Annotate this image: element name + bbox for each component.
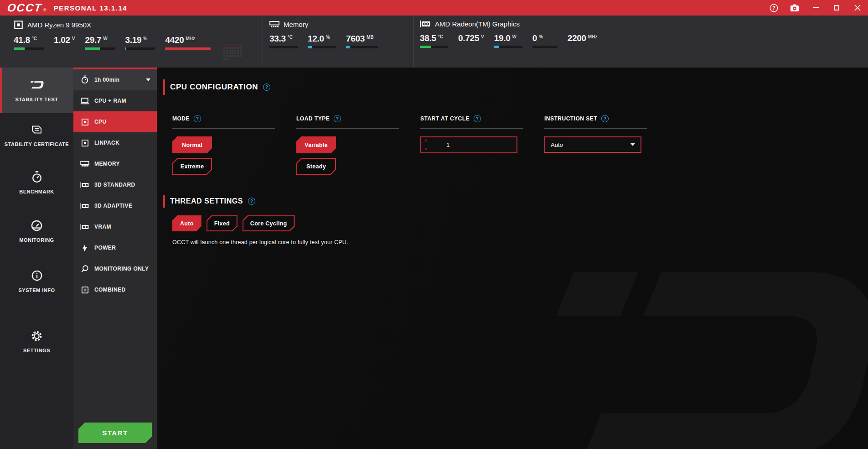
test-item-memory[interactable]: MEMORY (73, 153, 157, 174)
gpu-name: AMD Radeon(TM) Graphics (435, 20, 520, 28)
nav-item-settings[interactable]: SETTINGS (0, 323, 73, 360)
test-item-vram[interactable]: VRAM (73, 216, 157, 237)
test-item-3d-adaptive[interactable]: 3D ADAPTIVE (73, 195, 157, 216)
gpu-power-metric: 19.0W (494, 33, 522, 48)
close-button[interactable] (847, 0, 868, 16)
gpu-frequency-metric: 2200MHz (568, 33, 598, 43)
test-item-label: MONITORING ONLY (94, 266, 149, 272)
instruction-set-select[interactable]: Auto (544, 136, 641, 153)
test-item-label: COMBINED (94, 287, 126, 293)
test-item-3d-standard[interactable]: 3D STANDARD (73, 174, 157, 195)
instruction-set-label: INSTRUCTION SET (544, 115, 597, 122)
magnifier-icon (80, 265, 89, 273)
start-at-cycle-field: START AT CYCLE ? ˄ ˅ (420, 115, 523, 175)
nav-label: MONITORING (19, 237, 54, 244)
title-bar: OCCT ® PERSONAL 13.1.14 ? (0, 0, 868, 16)
main-panel: CPU CONFIGURATION ? MODE ? Normal Extrem… (157, 68, 868, 449)
help-icon[interactable]: ? (474, 115, 481, 122)
minimize-button[interactable] (805, 0, 826, 16)
nav-item-monitoring[interactable]: MONITORING (0, 213, 73, 250)
spinner-down-icon[interactable]: ˅ (424, 147, 427, 151)
test-item-label: 3D STANDARD (94, 182, 135, 188)
nav-item-benchmark[interactable]: BENCHMARK (0, 164, 73, 202)
start-at-cycle-input[interactable] (421, 141, 517, 148)
close-icon (854, 5, 861, 11)
duration-value: 1h 00min (94, 77, 119, 83)
nav-label: BENCHMARK (19, 188, 54, 195)
gpu-icon (80, 203, 89, 209)
nav-label: STABILITY TEST (16, 96, 58, 103)
instruction-set-field: INSTRUCTION SET ? Auto (544, 115, 647, 175)
cpu-name: AMD Ryzen 9 9950X (27, 21, 91, 29)
load-type-option-variable[interactable]: Variable (296, 136, 336, 153)
spinner-up-icon[interactable]: ˄ (424, 139, 427, 142)
test-item-label: CPU (94, 119, 107, 125)
start-at-cycle-stepper: ˄ ˅ (420, 136, 517, 153)
help-icon[interactable]: ? (194, 115, 201, 122)
main-navigation: STABILITY TEST STABILITY CERTIFICATE BEN… (0, 68, 73, 449)
plus-square-icon (80, 286, 89, 294)
test-item-label: LINPACK (94, 140, 119, 146)
mode-option-normal[interactable]: Normal (172, 136, 212, 153)
section-accent-bar (163, 79, 165, 95)
lightning-icon (80, 244, 89, 252)
registered-mark: ® (43, 8, 46, 12)
certificate-icon (31, 123, 43, 136)
nav-label: SYSTEM INFO (18, 287, 55, 294)
memory-icon (269, 20, 279, 28)
instruction-set-value: Auto (551, 141, 563, 148)
chip-icon (80, 118, 89, 126)
help-icon[interactable]: ? (334, 115, 341, 122)
test-item-cpu[interactable]: CPU (73, 111, 157, 132)
question-circle-icon: ? (770, 4, 778, 12)
gpu-icon (80, 224, 89, 230)
load-type-option-steady[interactable]: Steady (296, 158, 336, 175)
test-item-power[interactable]: POWER (73, 237, 157, 258)
memory-name: Memory (284, 21, 308, 28)
test-item-combined[interactable]: COMBINED (73, 279, 157, 300)
help-icon[interactable]: ? (248, 198, 255, 205)
timer-icon (80, 75, 89, 84)
gpu-stats-section: AMD Radeon(TM) Graphics 38.5°C 0.725V 19… (413, 16, 668, 68)
cpu-temp-metric: 41.8°C (14, 35, 44, 50)
start-button[interactable]: START (78, 423, 152, 443)
help-icon[interactable]: ? (601, 115, 609, 122)
test-item-monitoring-only[interactable]: MONITORING ONLY (73, 258, 157, 279)
memory-used-metric: 7603MB (346, 34, 378, 48)
cpu-stats-section: AMD Ryzen 9 9950X 41.8°C 1.02V 29.7W 3.1… (0, 16, 263, 68)
gpu-icon (420, 20, 431, 28)
thread-option-auto[interactable]: Auto (172, 215, 202, 231)
stopwatch-icon (31, 171, 43, 183)
test-item-label: VRAM (94, 224, 111, 230)
test-item-label: 3D ADAPTIVE (94, 203, 132, 209)
nav-item-system-info[interactable]: SYSTEM INFO (0, 263, 73, 300)
help-button[interactable]: ? (763, 0, 784, 16)
mode-option-extreme[interactable]: Extreme (172, 158, 212, 175)
nav-item-stability-certificate[interactable]: STABILITY CERTIFICATE (0, 117, 73, 154)
maximize-button[interactable] (826, 0, 847, 16)
gear-icon (31, 329, 43, 342)
thread-option-fixed[interactable]: Fixed (207, 215, 238, 231)
minimize-icon (813, 7, 819, 8)
start-at-cycle-label: START AT CYCLE (420, 115, 470, 122)
thread-option-core-cycling[interactable]: Core Cycling (243, 215, 295, 231)
occt-d-logo-icon (29, 78, 45, 91)
mode-label: MODE (172, 115, 190, 122)
cpu-voltage-metric: 1.02V (54, 35, 75, 45)
nav-label: STABILITY CERTIFICATE (5, 141, 69, 148)
load-type-label: LOAD TYPE (296, 115, 330, 122)
screenshot-button[interactable] (784, 0, 805, 16)
test-item-linpack[interactable]: LINPACK (73, 132, 157, 153)
nav-item-stability-test[interactable]: STABILITY TEST (0, 68, 73, 113)
occt-logo: OCCT (7, 1, 43, 14)
app-edition-version: PERSONAL 13.1.14 (54, 4, 127, 12)
duration-dropdown[interactable]: 1h 00min (73, 69, 157, 90)
chevron-down-icon (146, 78, 150, 81)
test-item-cpu-ram[interactable]: CPU + RAM (73, 90, 157, 111)
thread-settings-section: THREAD SETTINGS ? Auto Fixed Core Cyclin… (157, 195, 868, 245)
cpu-icon (14, 20, 23, 30)
cpu-frequency-metric: 4420MHz (165, 35, 211, 50)
cpu-usage-metric: 3.19% (125, 35, 155, 50)
occt-watermark (526, 239, 868, 449)
help-icon[interactable]: ? (263, 84, 270, 91)
